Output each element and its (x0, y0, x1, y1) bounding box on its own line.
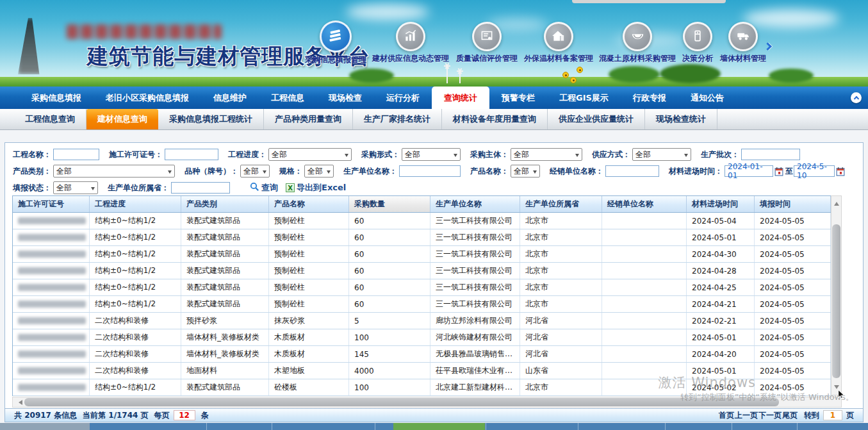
books-icon (327, 28, 344, 46)
brand-select[interactable]: 全部 (240, 165, 270, 178)
subnav-tab[interactable]: 产品种类用量查询 (264, 109, 353, 129)
export-excel-button[interactable]: X 导出到Excel (286, 182, 346, 194)
nav-item[interactable]: 行政专报 (621, 87, 678, 109)
table-row[interactable]: 结构±0~结构1/2 装配式建筑部品 预制砼柱 60 三一筑工科技有限公司 北京… (13, 213, 831, 229)
table-row[interactable]: 结构±0~结构1/2 装配式建筑部品 预制砼柱 60 三一筑工科技有限公司 北京… (13, 263, 831, 279)
nav-item[interactable]: 通知公告 (678, 87, 736, 109)
module-wall-materials[interactable]: 墙体材料管理 (720, 22, 766, 64)
column-header[interactable]: 填报时间 (755, 196, 831, 212)
goto-page-input[interactable]: 1 (823, 410, 842, 420)
horizontal-scroll-thumb[interactable] (24, 398, 779, 406)
filter-label: 采购主体： (470, 149, 509, 160)
report-status-select[interactable]: 全部 (53, 181, 98, 194)
table-row[interactable]: 结构±0~结构1/2 装配式建筑部品 预制砼柱 60 三一筑工科技有限公司 北京… (13, 279, 831, 296)
prev-page-link[interactable]: 上一页 (735, 410, 758, 421)
purchase-subject-select[interactable]: 全部 (511, 148, 582, 161)
table-row[interactable]: 二次结构和装修 墙体材料_装修板材类 木质板材 145 无极县雅晶玻璃销售… 河… (13, 346, 831, 363)
module-concrete-materials[interactable]: 混凝土原材料采购管理 (599, 22, 676, 64)
calendar-icon[interactable] (774, 167, 783, 176)
table-row[interactable]: 结构±0~结构1/2 装配式建筑部品 预制砼柱 60 三一筑工科技有限公司 北京… (13, 246, 831, 263)
producer-name-input[interactable] (399, 165, 461, 177)
column-header[interactable]: 产品类别 (181, 196, 269, 212)
column-header[interactable]: 经销单位名称 (602, 196, 687, 212)
goto-unit: 页 (846, 410, 854, 421)
first-page-link[interactable]: 首页 (719, 410, 734, 421)
tree-decoration (349, 69, 394, 83)
per-page-unit: 条 (201, 410, 209, 421)
table-row[interactable]: 二次结构和装修 预拌砂浆 抹灰砂浆 5 廊坊立邦涂料有限公司 河北省 2024-… (13, 313, 831, 329)
tree-decoration (769, 69, 814, 83)
nav-item[interactable]: 工程信息 (259, 87, 316, 109)
subnav-tab[interactable]: 建材信息查询 (86, 109, 158, 129)
per-page-input[interactable]: 12 (174, 410, 195, 420)
chevron-down-icon (533, 170, 537, 176)
module-insulation-filing[interactable]: 外保温材料备案管理 (524, 22, 593, 64)
batch-input[interactable] (741, 149, 800, 160)
calendar-icon[interactable] (836, 167, 845, 176)
purchase-form-select[interactable]: 全部 (402, 148, 461, 161)
arrival-date-to-input[interactable]: 2024-5-10 (794, 165, 835, 177)
nav-item[interactable]: 采购信息填报 (19, 87, 94, 109)
permit-no-input[interactable] (165, 149, 218, 160)
column-header[interactable]: 产品名称 (269, 196, 349, 212)
column-header[interactable]: 生产单位所属省 (520, 196, 602, 212)
progress-select[interactable]: 全部 (268, 148, 352, 161)
nav-item[interactable]: 老旧小区采购信息填报 (94, 87, 201, 109)
site-header: 建筑节能与建材管理服务平台 采购信息填报管理 建材供应信息动态管理 质量诚信评价… (0, 0, 868, 87)
table-row[interactable]: 二次结构和装修 墙体材料_装修板材类 木质板材 100 河北峡饰建材有限公司 河… (13, 329, 831, 346)
subnav-tab[interactable]: 材料设备年度用量查询 (442, 109, 548, 129)
column-header[interactable]: 施工许可证号 (13, 196, 90, 212)
vertical-scrollbar[interactable] (831, 195, 842, 395)
collapse-nav-button[interactable] (851, 92, 862, 103)
spec-select[interactable]: 全部 (304, 165, 334, 178)
table-row[interactable]: 结构±0~结构1/2 装配式建筑部品 预制砼柱 60 三一筑工科技有限公司 北京… (13, 229, 831, 246)
nav-item[interactable]: 查询统计 (432, 87, 489, 109)
module-purchase-info-report[interactable]: 采购信息填报管理 (305, 22, 366, 65)
column-header[interactable]: 采购数量 (349, 196, 430, 212)
cloud-decoration (346, 4, 429, 21)
subnav-tab[interactable]: 工程信息查询 (14, 109, 86, 129)
filter-label: 工程进度： (228, 149, 266, 160)
module-supply-dynamics[interactable]: 建材供应信息动态管理 (372, 22, 449, 64)
arrival-date-from-input[interactable]: 2024-01-01 (725, 165, 773, 177)
filter-label: 产品名称： (470, 166, 509, 177)
scroll-up-arrow-icon[interactable] (834, 199, 839, 206)
dealer-name-input[interactable] (605, 165, 659, 177)
vertical-scroll-thumb[interactable] (832, 224, 840, 378)
site-logo (18, 18, 42, 74)
module-decision-analysis[interactable]: 决策分析 (682, 22, 713, 64)
subnav-tab[interactable]: 生产厂家排名统计 (353, 109, 442, 129)
product-name-select[interactable]: 全部 (511, 165, 540, 178)
nav-item[interactable]: 信息维护 (201, 87, 259, 109)
product-category-select[interactable]: 全部 (53, 165, 175, 178)
nav-item[interactable]: 工程GIS展示 (547, 87, 621, 109)
chevron-down-icon (263, 170, 266, 176)
sunflower-decoration (562, 72, 569, 78)
last-page-link[interactable]: 尾页 (782, 410, 798, 421)
subnav-tab[interactable]: 采购信息填报工程统计 (158, 109, 264, 129)
filter-label: 产品类别： (13, 166, 51, 177)
column-header[interactable]: 工程进度 (90, 196, 181, 212)
project-name-input[interactable] (53, 149, 99, 160)
nav-item[interactable]: 运行分析 (374, 87, 432, 109)
bar-chart-icon (403, 28, 418, 45)
table-row[interactable]: 结构±0~结构1/2 装配式建筑部品 预制砼柱 60 三一筑工科技有限公司 北京… (13, 296, 831, 313)
scroll-left-arrow-icon[interactable] (16, 400, 22, 405)
chevron-down-icon (575, 154, 579, 159)
nav-item[interactable]: 现场检查 (316, 87, 374, 109)
search-button[interactable]: 查询 (250, 182, 278, 194)
column-header[interactable]: 材料进场时间 (687, 196, 755, 212)
producer-province-input[interactable] (171, 182, 230, 194)
next-page-link[interactable]: 下一页 (758, 410, 782, 421)
blurred-permit-number (18, 384, 86, 391)
nav-item[interactable]: 预警专栏 (489, 87, 547, 109)
supply-mode-select[interactable]: 全部 (632, 148, 691, 161)
query-panel: 工程名称： 施工许可证号： 工程进度：全部 采购形式：全部 采购主体：全部 供应… (4, 142, 864, 408)
filter-label: 生产批次： (701, 149, 739, 160)
wind-turbine-decoration (459, 72, 461, 83)
pagination-bar: 共 20917 条信息 当前第 1/1744 页 每页 12 条 首页 上一页 … (4, 408, 864, 422)
subnav-tab[interactable]: 现场检查统计 (645, 109, 717, 129)
module-quality-credit[interactable]: 质量诚信评价管理 (456, 22, 518, 64)
subnav-tab[interactable]: 供应企业供应量统计 (548, 109, 645, 129)
column-header[interactable]: 生产单位名称 (430, 196, 520, 212)
